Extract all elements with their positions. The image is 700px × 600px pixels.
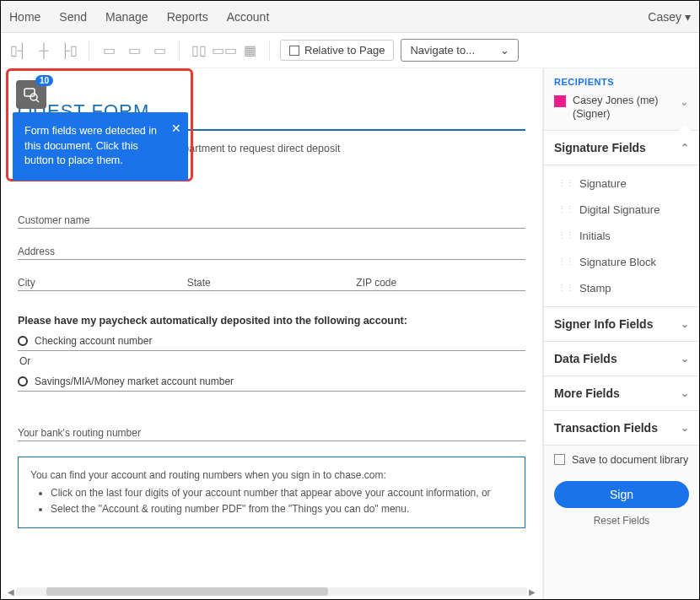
horizontal-scrollbar[interactable]: ◀ ▶ [6,586,537,597]
radio-icon [18,376,28,386]
instructions-box: You can find your account and routing nu… [18,457,525,529]
field-label-city: City [18,277,187,289]
align-bottom-icon[interactable]: ▭ [150,41,169,61]
recipient-name: Casey Jones (me) [573,94,673,107]
save-to-library-checkbox[interactable]: Save to document library [544,446,699,474]
detect-tooltip: Form fields were detected in this docume… [13,112,188,181]
field-signature-block[interactable]: ⋮⋮Signature Block [544,249,699,275]
scroll-track[interactable] [16,587,527,596]
separator [179,41,180,61]
svg-point-1 [30,94,37,100]
checkbox-icon [289,46,299,56]
section-title: More Fields [554,386,620,400]
detect-fields-button[interactable]: 10 [16,80,46,109]
alignment-toolbar: ▯┤ ┼ ├▯ ▭ ▭ ▭ ▯▯ ▭▭ ▦ Relative to Page N… [1,33,699,68]
distribute-v-icon[interactable]: ▭▭ [215,41,234,61]
section-heading: Please have my paycheck automatically de… [18,315,525,327]
checkbox-label: Save to document library [572,454,688,466]
svg-line-2 [36,100,39,102]
navigate-label: Navigate to... [410,44,475,57]
close-icon[interactable]: ✕ [171,121,181,138]
field-label-zip: ZIP code [356,277,525,289]
align-left-icon[interactable]: ▯┤ [9,41,28,61]
distribute-grid-icon[interactable]: ▦ [240,41,259,61]
recipient-color-swatch [554,95,566,107]
tooltip-text: Form fields were detected in this docume… [24,125,157,166]
chevron-down-icon: ⌄ [680,94,689,108]
separator [269,41,270,61]
field-signature[interactable]: ⋮⋮Signature [544,170,699,197]
checkbox-icon [554,454,565,465]
field-label-address: Address [18,246,525,257]
nav-reports[interactable]: Reports [167,10,208,24]
section-title: Data Fields [554,352,617,365]
section-signer-info-fields[interactable]: Signer Info Fields ⌄ [544,307,699,342]
recipient-row[interactable]: Casey Jones (me) (Signer) ⌄ [544,90,699,131]
nav-home[interactable]: Home [9,10,40,24]
field-label-customer: Customer name [18,214,525,226]
section-data-fields[interactable]: Data Fields ⌄ [544,342,699,376]
field-label: Signature [579,177,627,190]
field-label: Signature Block [579,256,656,268]
section-transaction-fields[interactable]: Transaction Fields ⌄ [544,411,699,446]
right-sidebar: RECIPIENTS Casey Jones (me) (Signer) ⌄ S… [543,68,699,599]
or-text: Or [19,355,525,367]
chevron-down-icon: ⌄ [681,422,689,434]
align-top-icon[interactable]: ▭ [100,41,118,61]
field-initials[interactable]: ⋮⋮Initials [544,223,699,249]
radio-label: Savings/MIA/Money market account number [35,376,234,387]
nav-account[interactable]: Account [227,10,270,24]
signature-fields-list: ⋮⋮Signature ⋮⋮Digital Signature ⋮⋮Initia… [544,165,699,307]
field-stamp[interactable]: ⋮⋮Stamp [544,275,699,301]
align-right-icon[interactable]: ├▯ [60,41,78,61]
relative-to-page-toggle[interactable]: Relative to Page [280,40,394,61]
radio-checking[interactable]: Checking account number [18,335,525,351]
reset-fields-link[interactable]: Reset Fields [544,515,699,535]
scroll-thumb[interactable] [46,587,327,596]
field-label-routing: Your bank's routing number [18,427,525,439]
navigate-dropdown[interactable]: Navigate to... ⌄ [401,39,519,62]
field-label: Stamp [579,282,611,295]
relative-label: Relative to Page [304,44,385,57]
instructions-head: You can find your account and routing nu… [30,468,513,484]
field-label-state: State [187,277,357,289]
field-label: Initials [579,230,611,242]
nav-manage[interactable]: Manage [105,10,148,24]
field-label: Digital Signature [579,203,660,216]
chevron-down-icon: ⌄ [681,387,689,399]
top-nav: Home Send Manage Reports Account Casey ▾ [1,1,699,33]
section-more-fields[interactable]: More Fields ⌄ [544,376,699,411]
svg-rect-0 [24,89,35,96]
section-title: Transaction Fields [554,421,658,435]
radio-label: Checking account number [35,335,152,347]
sign-button[interactable]: Sign [554,481,689,508]
nav-send[interactable]: Send [59,10,87,24]
chevron-down-icon: ⌄ [681,353,689,365]
detect-count-badge: 10 [35,75,53,86]
chevron-down-icon: ⌄ [681,318,689,330]
recipients-label: RECIPIENTS [544,68,699,90]
user-name: Casey [648,10,681,24]
align-middle-v-icon[interactable]: ▭ [125,41,143,61]
separator [89,41,89,61]
grip-icon: ⋮⋮ [557,257,573,268]
document-canvas[interactable]: 10 Form fields were detected in this doc… [1,68,543,599]
chevron-down-icon: ▾ [685,10,691,24]
instruction-item: Click on the last four digits of your ac… [51,485,513,501]
radio-savings[interactable]: Savings/MIA/Money market account number [18,376,525,392]
scroll-right-icon[interactable]: ▶ [527,586,537,597]
radio-icon [18,336,28,346]
distribute-h-icon[interactable]: ▯▯ [190,41,208,61]
grip-icon: ⋮⋮ [557,230,573,241]
recipient-role: (Signer) [573,107,673,121]
instruction-item: Select the "Account & routing number PDF… [51,501,513,517]
section-title: Signer Info Fields [554,317,653,331]
scroll-left-icon[interactable]: ◀ [6,586,16,597]
detect-icon [23,86,40,103]
user-menu[interactable]: Casey ▾ [648,10,691,24]
align-center-h-icon[interactable]: ┼ [35,41,53,61]
chevron-down-icon: ⌄ [500,44,509,57]
section-signature-fields[interactable]: Signature Fields ⌃ [544,131,699,165]
field-digital-signature[interactable]: ⋮⋮Digital Signature [544,197,699,223]
grip-icon: ⋮⋮ [557,204,573,215]
